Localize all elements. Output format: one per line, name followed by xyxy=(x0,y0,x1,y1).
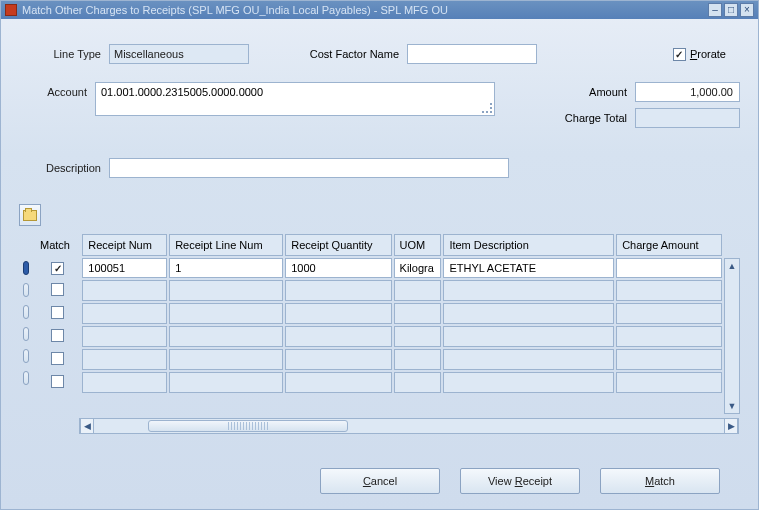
receipt-num-cell[interactable] xyxy=(82,349,167,370)
scroll-down-icon[interactable]: ▼ xyxy=(725,399,739,413)
item-desc-cell[interactable] xyxy=(443,280,614,301)
line-type-field[interactable] xyxy=(109,44,249,64)
view-receipt-button[interactable]: View Receipt xyxy=(460,468,580,494)
uom-cell[interactable]: Kilogra xyxy=(394,258,442,278)
horizontal-scrollbar[interactable]: ◀ ▶ xyxy=(79,418,739,434)
col-receipt-line-num[interactable]: Receipt Line Num xyxy=(169,234,283,256)
amount-label: Amount xyxy=(540,86,635,98)
match-cell xyxy=(35,280,80,301)
match-button[interactable]: Match xyxy=(600,468,720,494)
table-row xyxy=(35,326,722,347)
uom-cell[interactable] xyxy=(394,280,442,301)
item-desc-cell[interactable]: ETHYL ACETATE xyxy=(443,258,614,278)
charge-total-label: Charge Total xyxy=(540,112,635,124)
receipt-line-num-cell[interactable] xyxy=(169,326,283,347)
table-row: 10005111000KilograETHYL ACETATE xyxy=(35,258,722,278)
table-row xyxy=(35,349,722,370)
close-button[interactable]: × xyxy=(740,3,754,17)
account-label: Account xyxy=(19,82,95,98)
match-cell xyxy=(35,258,80,278)
col-charge-amt[interactable]: Charge Amount xyxy=(616,234,722,256)
item-desc-cell[interactable] xyxy=(443,349,614,370)
receipt-num-cell[interactable] xyxy=(82,280,167,301)
match-header: Match xyxy=(35,234,80,256)
titlebar: Match Other Charges to Receipts (SPL MFG… xyxy=(1,1,758,19)
receipt-line-num-cell[interactable] xyxy=(169,372,283,393)
amount-field[interactable] xyxy=(635,82,740,102)
receipt-num-cell[interactable]: 100051 xyxy=(82,258,167,278)
charge-amt-cell[interactable] xyxy=(616,326,722,347)
scroll-up-icon[interactable]: ▲ xyxy=(725,259,739,273)
receipts-grid: Match Receipt Num Receipt Line Num Recei… xyxy=(33,232,724,395)
charge-amt-cell[interactable] xyxy=(616,280,722,301)
account-value: 01.001.0000.2315005.0000.0000 xyxy=(101,86,263,98)
scroll-right-icon[interactable]: ▶ xyxy=(724,419,738,433)
resize-handle-icon[interactable] xyxy=(482,103,492,113)
match-cell xyxy=(35,372,80,393)
cancel-button[interactable]: Cancel xyxy=(320,468,440,494)
match-cell xyxy=(35,349,80,370)
uom-cell[interactable] xyxy=(394,303,442,324)
col-item-desc[interactable]: Item Description xyxy=(443,234,614,256)
description-field[interactable] xyxy=(109,158,509,178)
match-checkbox[interactable] xyxy=(51,283,64,296)
receipt-qty-cell[interactable]: 1000 xyxy=(285,258,391,278)
prorate-checkbox[interactable] xyxy=(673,48,686,61)
row-selector[interactable] xyxy=(19,301,33,323)
match-checkbox[interactable] xyxy=(51,329,64,342)
account-field[interactable]: 01.001.0000.2315005.0000.0000 xyxy=(95,82,495,116)
maximize-button[interactable]: □ xyxy=(724,3,738,17)
receipt-line-num-cell[interactable] xyxy=(169,349,283,370)
table-row xyxy=(35,372,722,393)
match-cell xyxy=(35,326,80,347)
row-selector-column xyxy=(19,257,33,389)
charge-amt-cell[interactable] xyxy=(616,303,722,324)
match-cell xyxy=(35,303,80,324)
receipt-line-num-cell[interactable] xyxy=(169,303,283,324)
charge-amt-cell[interactable] xyxy=(616,258,722,278)
window-title: Match Other Charges to Receipts (SPL MFG… xyxy=(22,4,708,16)
receipt-qty-cell[interactable] xyxy=(285,280,391,301)
scroll-left-icon[interactable]: ◀ xyxy=(80,419,94,433)
col-receipt-num[interactable]: Receipt Num xyxy=(82,234,167,256)
row-selector[interactable] xyxy=(19,367,33,389)
minimize-button[interactable]: – xyxy=(708,3,722,17)
cost-factor-field[interactable] xyxy=(407,44,537,64)
item-desc-cell[interactable] xyxy=(443,326,614,347)
charge-total-field[interactable] xyxy=(635,108,740,128)
match-checkbox[interactable] xyxy=(51,306,64,319)
match-checkbox[interactable] xyxy=(51,352,64,365)
receipt-line-num-cell[interactable] xyxy=(169,280,283,301)
prorate-label: Prorate xyxy=(690,48,726,60)
folder-tools-button[interactable] xyxy=(19,204,41,226)
uom-cell[interactable] xyxy=(394,372,442,393)
row-selector[interactable] xyxy=(19,345,33,367)
receipt-qty-cell[interactable] xyxy=(285,303,391,324)
scroll-thumb[interactable] xyxy=(148,420,348,432)
receipt-line-num-cell[interactable]: 1 xyxy=(169,258,283,278)
receipt-num-cell[interactable] xyxy=(82,372,167,393)
line-type-label: Line Type xyxy=(19,48,109,60)
description-label: Description xyxy=(19,162,109,174)
receipt-qty-cell[interactable] xyxy=(285,349,391,370)
receipt-num-cell[interactable] xyxy=(82,326,167,347)
app-icon xyxy=(5,4,17,16)
vertical-scrollbar[interactable]: ▲ ▼ xyxy=(724,258,740,414)
match-checkbox[interactable] xyxy=(51,262,64,275)
receipt-num-cell[interactable] xyxy=(82,303,167,324)
row-selector[interactable] xyxy=(19,257,33,279)
row-selector[interactable] xyxy=(19,279,33,301)
item-desc-cell[interactable] xyxy=(443,303,614,324)
uom-cell[interactable] xyxy=(394,349,442,370)
col-receipt-qty[interactable]: Receipt Quantity xyxy=(285,234,391,256)
receipt-qty-cell[interactable] xyxy=(285,326,391,347)
col-uom[interactable]: UOM xyxy=(394,234,442,256)
uom-cell[interactable] xyxy=(394,326,442,347)
charge-amt-cell[interactable] xyxy=(616,349,722,370)
match-checkbox[interactable] xyxy=(51,375,64,388)
item-desc-cell[interactable] xyxy=(443,372,614,393)
cost-factor-label: Cost Factor Name xyxy=(287,48,407,60)
receipt-qty-cell[interactable] xyxy=(285,372,391,393)
charge-amt-cell[interactable] xyxy=(616,372,722,393)
row-selector[interactable] xyxy=(19,323,33,345)
